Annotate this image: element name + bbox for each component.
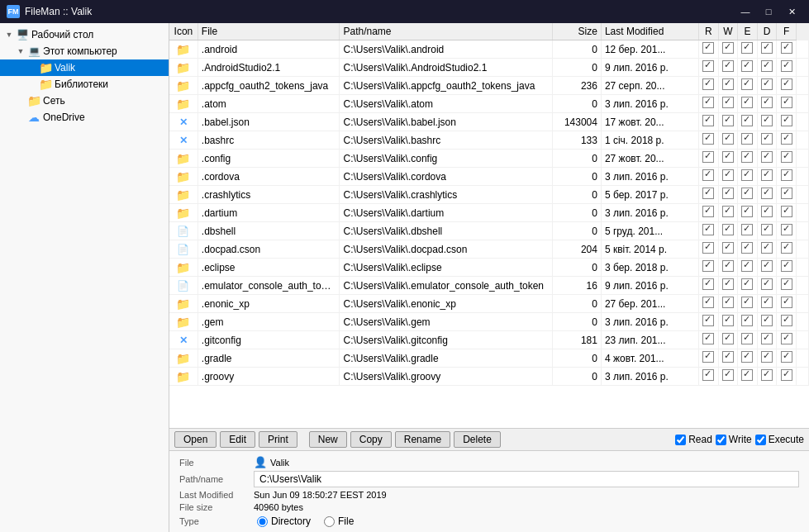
checkbox-cell[interactable] xyxy=(702,169,714,181)
type-file-option[interactable]: File xyxy=(324,515,354,527)
table-row[interactable]: 📁 .crashlytics C:\Users\Valik\.crashlyti… xyxy=(169,186,809,204)
checkbox-cell[interactable] xyxy=(741,242,753,254)
row-w[interactable] xyxy=(718,150,738,168)
row-e[interactable] xyxy=(738,277,758,295)
row-e[interactable] xyxy=(738,40,758,59)
checkbox-cell[interactable] xyxy=(702,333,714,344)
row-r[interactable] xyxy=(698,150,718,168)
row-r[interactable] xyxy=(698,277,718,295)
row-w[interactable] xyxy=(718,40,738,59)
row-e[interactable] xyxy=(738,77,758,95)
row-f[interactable] xyxy=(777,95,797,113)
type-directory-radio[interactable] xyxy=(257,516,268,527)
row-e[interactable] xyxy=(738,240,758,259)
row-e[interactable] xyxy=(738,222,758,240)
checkbox-cell[interactable] xyxy=(761,169,773,181)
checkbox-cell[interactable] xyxy=(702,206,714,217)
row-f[interactable] xyxy=(777,186,797,204)
checkbox-cell[interactable] xyxy=(781,242,792,254)
row-f[interactable] xyxy=(777,113,797,131)
tree-toggle-desktop[interactable]: ▼ xyxy=(3,29,15,40)
minimize-button[interactable]: — xyxy=(735,4,756,19)
col-header-modified[interactable]: Last Modified xyxy=(601,23,698,40)
row-r[interactable] xyxy=(698,131,718,150)
row-r[interactable] xyxy=(698,368,718,386)
checkbox-cell[interactable] xyxy=(702,151,714,163)
tree-toggle-network[interactable] xyxy=(15,95,26,107)
checkbox-cell[interactable] xyxy=(722,297,734,308)
checkbox-cell[interactable] xyxy=(722,206,734,217)
delete-button[interactable]: Delete xyxy=(454,431,501,448)
row-d[interactable] xyxy=(757,259,777,277)
checkbox-cell[interactable] xyxy=(761,242,773,254)
write-checkbox-label[interactable]: Write xyxy=(716,434,752,445)
checkbox-cell[interactable] xyxy=(781,78,792,90)
checkbox-cell[interactable] xyxy=(722,369,734,381)
checkbox-cell[interactable] xyxy=(702,188,714,199)
row-w[interactable] xyxy=(718,77,738,95)
checkbox-cell[interactable] xyxy=(781,351,792,363)
checkbox-cell[interactable] xyxy=(741,151,753,163)
checkbox-cell[interactable] xyxy=(761,351,773,363)
checkbox-cell[interactable] xyxy=(781,260,792,272)
checkbox-cell[interactable] xyxy=(741,97,753,108)
row-w[interactable] xyxy=(718,331,738,349)
row-f[interactable] xyxy=(777,204,797,222)
file-table-container[interactable]: Icon File Path/name Size Last Modified R… xyxy=(169,23,809,428)
row-w[interactable] xyxy=(718,59,738,77)
row-r[interactable] xyxy=(698,349,718,368)
row-w[interactable] xyxy=(718,259,738,277)
checkbox-cell[interactable] xyxy=(761,60,773,72)
checkbox-cell[interactable] xyxy=(741,260,753,272)
row-d[interactable] xyxy=(757,95,777,113)
row-w[interactable] xyxy=(718,277,738,295)
row-d[interactable] xyxy=(757,40,777,59)
row-f[interactable] xyxy=(777,349,797,368)
checkbox-cell[interactable] xyxy=(761,133,773,145)
checkbox-cell[interactable] xyxy=(741,351,753,363)
checkbox-cell[interactable] xyxy=(702,42,714,54)
row-f[interactable] xyxy=(777,368,797,386)
checkbox-cell[interactable] xyxy=(722,42,734,54)
checkbox-cell[interactable] xyxy=(702,115,714,126)
type-file-radio[interactable] xyxy=(324,516,335,527)
checkbox-cell[interactable] xyxy=(761,188,773,199)
checkbox-cell[interactable] xyxy=(781,188,792,199)
checkbox-cell[interactable] xyxy=(781,169,792,181)
row-d[interactable] xyxy=(757,131,777,150)
row-r[interactable] xyxy=(698,95,718,113)
tree-toggle-onedrive[interactable] xyxy=(15,112,26,123)
copy-button[interactable]: Copy xyxy=(350,431,392,448)
col-header-w[interactable]: W xyxy=(718,23,738,40)
checkbox-cell[interactable] xyxy=(781,115,792,126)
checkbox-cell[interactable] xyxy=(761,78,773,90)
row-e[interactable] xyxy=(738,331,758,349)
col-header-r[interactable]: R xyxy=(698,23,718,40)
col-header-d[interactable]: D xyxy=(757,23,777,40)
row-e[interactable] xyxy=(738,59,758,77)
checkbox-cell[interactable] xyxy=(702,278,714,290)
checkbox-cell[interactable] xyxy=(761,151,773,163)
checkbox-cell[interactable] xyxy=(722,224,734,235)
col-header-e[interactable]: E xyxy=(738,23,758,40)
table-row[interactable]: 📄 .docpad.cson C:\Users\Valik\.docpad.cs… xyxy=(169,240,809,259)
checkbox-cell[interactable] xyxy=(741,278,753,290)
row-f[interactable] xyxy=(777,331,797,349)
row-e[interactable] xyxy=(738,131,758,150)
sidebar-item-desktop[interactable]: ▼ 🖥️ Рабочий стол xyxy=(0,26,169,43)
checkbox-cell[interactable] xyxy=(761,97,773,108)
checkbox-cell[interactable] xyxy=(722,188,734,199)
table-row[interactable]: 📁 .atom C:\Users\Valik\.atom 0 3 лип. 20… xyxy=(169,95,809,113)
read-checkbox-label[interactable]: Read xyxy=(675,434,712,445)
row-e[interactable] xyxy=(738,259,758,277)
row-e[interactable] xyxy=(738,295,758,313)
table-row[interactable]: 📄 .dbshell C:\Users\Valik\.dbshell 0 5 г… xyxy=(169,222,809,240)
checkbox-cell[interactable] xyxy=(702,351,714,363)
row-e[interactable] xyxy=(738,186,758,204)
checkbox-cell[interactable] xyxy=(702,297,714,308)
row-d[interactable] xyxy=(757,113,777,131)
row-w[interactable] xyxy=(718,113,738,131)
checkbox-cell[interactable] xyxy=(781,97,792,108)
row-r[interactable] xyxy=(698,259,718,277)
col-header-path[interactable]: Path/name xyxy=(340,23,552,40)
